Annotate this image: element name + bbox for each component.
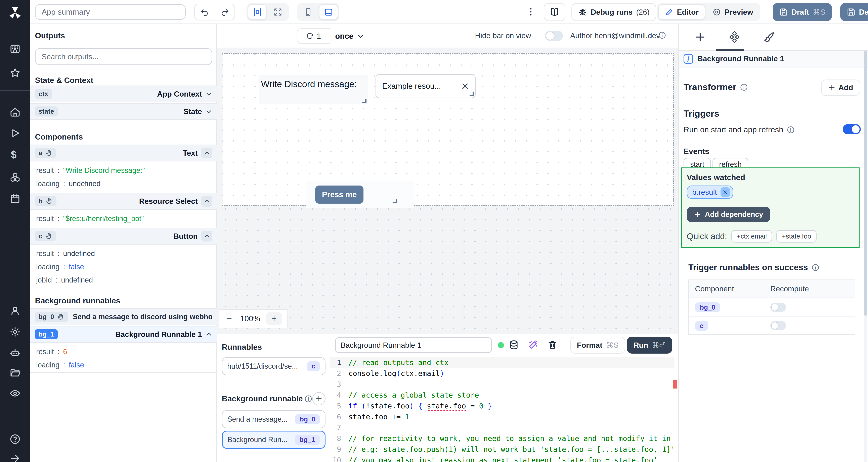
row-component-c[interactable]: c Button — [30, 228, 217, 244]
styling-brush-tab-icon[interactable] — [764, 31, 775, 43]
code-line[interactable]: 9// e.g: state.foo.push(1) will not work… — [330, 444, 674, 455]
app-summary-input[interactable] — [35, 4, 186, 20]
app-canvas[interactable]: Write Discord message: Example resou... … — [222, 53, 674, 206]
delete-trash-icon[interactable] — [547, 340, 558, 350]
add-dependency-button[interactable]: Add dependency — [687, 207, 770, 222]
settings-diamonds-tab-icon[interactable] — [729, 31, 740, 43]
resources-boxes-icon[interactable] — [10, 172, 21, 183]
row-ctx[interactable]: ctx App Context — [30, 86, 217, 102]
row-bg1-selected[interactable]: bg_1 Background Runnable 1 — [30, 326, 217, 343]
zoom-in-button[interactable]: + — [266, 312, 282, 325]
canvas-button-container[interactable]: Press me — [306, 181, 414, 208]
chevron-down-icon — [357, 33, 364, 40]
recompute-toggle-c[interactable] — [770, 321, 786, 330]
more-menu-kebab-icon[interactable] — [526, 7, 536, 17]
quick-add-state-foo[interactable]: +state.foo — [776, 230, 816, 242]
row-state[interactable]: state State — [30, 103, 217, 120]
collapse-arrow-icon[interactable] — [10, 453, 21, 462]
cache-database-icon[interactable] — [509, 340, 519, 350]
code-line[interactable]: 4// access a global state store — [330, 390, 674, 401]
code-lines[interactable]: 1// read outputs and ctx2console.log(ctx… — [330, 357, 674, 462]
format-button[interactable]: Format ⌘S — [570, 337, 625, 354]
canvas-viewport[interactable]: Write Discord message: Example resou... … — [217, 48, 678, 334]
users-icon[interactable] — [10, 305, 21, 316]
redo-button[interactable] — [215, 4, 235, 20]
mobile-view-button[interactable] — [299, 4, 318, 20]
canvas-text-component[interactable]: Write Discord message: — [258, 75, 368, 104]
runnable-card-hub[interactable]: hub/1511/discord/se... c — [222, 357, 326, 375]
info-icon[interactable] — [304, 395, 312, 403]
code-line[interactable]: 10// you may also just reassign as next … — [330, 455, 674, 462]
run-button[interactable]: Run ⌘⏎ — [627, 337, 672, 354]
row-component-a[interactable]: a Text — [30, 144, 217, 161]
undo-button[interactable] — [195, 4, 215, 20]
debug-runs-button[interactable]: Debug runs (26) — [571, 3, 656, 21]
refresh-count-button[interactable]: 1 — [297, 28, 330, 44]
ai-wand-icon[interactable] — [528, 340, 538, 350]
canvas-resource-select-component[interactable]: Example resou... — [375, 74, 475, 98]
add-background-runnable-button[interactable] — [312, 392, 326, 405]
tab-editor[interactable]: Editor — [658, 4, 705, 20]
resize-handle[interactable] — [393, 199, 397, 203]
help-icon[interactable] — [10, 434, 21, 444]
fullscreen-expand-button[interactable] — [268, 4, 287, 20]
workers-robot-icon[interactable] — [10, 348, 21, 358]
desktop-view-button[interactable] — [319, 4, 338, 20]
collapse-button[interactable] — [201, 231, 212, 241]
zoom-out-button[interactable]: − — [224, 314, 234, 324]
deploy-button[interactable]: Deploy — [840, 3, 868, 21]
resize-handle[interactable] — [362, 99, 367, 103]
docs-book-button[interactable] — [544, 3, 565, 21]
workspace-icon[interactable] — [10, 43, 21, 54]
code-line[interactable]: 6state.foo += 1 — [330, 411, 674, 422]
chevron-down-icon[interactable] — [206, 108, 212, 115]
dependency-chip[interactable]: b.result — [687, 186, 733, 199]
info-icon[interactable] — [811, 264, 819, 271]
settings-gear-icon[interactable] — [10, 327, 21, 337]
code-line[interactable]: 7 — [330, 422, 674, 433]
resize-handle[interactable] — [470, 92, 474, 96]
runnable-name-input[interactable] — [335, 337, 492, 353]
recompute-toggle-bg0[interactable] — [770, 303, 786, 312]
info-icon[interactable] — [658, 31, 666, 39]
code-line[interactable]: 8// for reactivity to work, you need to … — [330, 433, 674, 444]
info-icon[interactable] — [740, 83, 748, 91]
add-transformer-button[interactable]: Add — [821, 79, 860, 96]
refresh-mode-select[interactable]: once — [335, 28, 364, 44]
rail-divider — [0, 90, 30, 91]
favorites-star-icon[interactable] — [10, 67, 21, 78]
chevron-down-icon[interactable] — [206, 91, 212, 97]
code-line[interactable]: 5if (!state.foo) { state.foo = 0 } — [330, 401, 674, 411]
runs-icon[interactable] — [10, 128, 21, 138]
search-outputs-input[interactable] — [35, 48, 212, 65]
remove-dependency-x-icon[interactable] — [720, 187, 730, 197]
canvas-press-me-button[interactable]: Press me — [315, 186, 364, 204]
row-bg0[interactable]: bg_0 Send a message to discord using web… — [30, 308, 217, 325]
collapse-button[interactable] — [201, 147, 212, 158]
info-icon[interactable] — [787, 126, 795, 134]
center-canvas-button[interactable] — [248, 4, 267, 20]
runnable-card-bg0[interactable]: Send a message... bg_0 — [222, 410, 326, 428]
collapse-button[interactable] — [201, 196, 212, 207]
code-line[interactable]: 1// read outputs and ctx — [330, 357, 674, 368]
clear-selection-x-icon[interactable] — [461, 82, 469, 90]
variables-dollar-icon[interactable]: $ — [11, 149, 22, 160]
quick-add-ctx-email[interactable]: +ctx.email — [732, 230, 772, 242]
hide-bar-toggle[interactable] — [545, 31, 563, 41]
code-line[interactable]: 2console.log(ctx.email) — [330, 368, 674, 379]
right-scrollbar-thumb[interactable] — [864, 51, 867, 316]
schedules-calendar-icon[interactable] — [10, 193, 21, 204]
windmill-logo-icon[interactable] — [7, 5, 23, 21]
draft-button[interactable]: Draft ⌘S — [773, 3, 832, 21]
run-on-start-toggle[interactable] — [843, 124, 861, 134]
insert-plus-tab-icon[interactable] — [694, 31, 706, 43]
code-line[interactable]: 3 — [330, 379, 674, 390]
folders-icon[interactable] — [10, 367, 21, 378]
row-component-b[interactable]: b Resource Select — [30, 193, 217, 209]
tab-preview[interactable]: Preview — [707, 4, 759, 20]
home-icon[interactable] — [10, 107, 21, 118]
audit-eye-icon[interactable] — [10, 388, 21, 399]
chevron-up-icon[interactable] — [206, 331, 212, 338]
component-b-type: Resource Select — [139, 197, 198, 206]
runnable-card-bg1-selected[interactable]: Background Run... bg_1 — [222, 431, 326, 449]
